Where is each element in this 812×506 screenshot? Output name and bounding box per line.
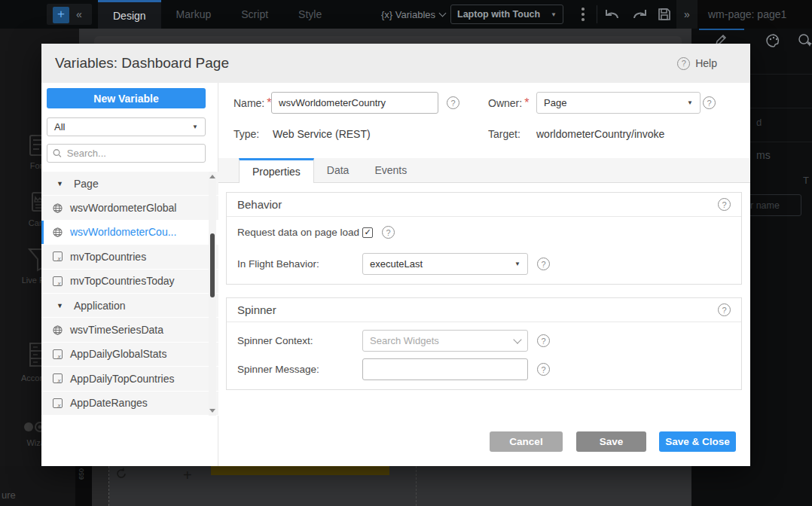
- web-service-icon: [53, 325, 63, 335]
- variable-name-input[interactable]: [271, 92, 438, 114]
- tab-script[interactable]: Script: [226, 0, 283, 29]
- palette-theme-icon[interactable]: [765, 33, 782, 51]
- spinner-context-label: Spinner Context:: [237, 335, 362, 346]
- scroll-down-icon[interactable]: [209, 409, 215, 413]
- request-data-checkbox[interactable]: ✓: [362, 227, 373, 238]
- variable-list-item[interactable]: x AppDailyGlobalStats: [41, 343, 218, 367]
- spinner-context-select[interactable]: Search Widgets: [362, 330, 528, 352]
- tab-style[interactable]: Style: [283, 0, 337, 29]
- tab-data[interactable]: Data: [314, 158, 362, 182]
- variable-list-item[interactable]: x mvTopCountries: [41, 245, 218, 269]
- page-badge: wm-page: page1: [698, 0, 812, 29]
- tab-markup[interactable]: Markup: [161, 0, 227, 29]
- variable-list-item[interactable]: wsvTimeSeriesData: [41, 318, 218, 342]
- spinner-message-input[interactable]: [362, 358, 528, 380]
- web-service-icon: [53, 203, 63, 213]
- target-value: worldometerCountry/invoke: [536, 128, 664, 140]
- model-variable-icon: x: [53, 398, 63, 408]
- tree-expanded-icon: ▼: [56, 180, 66, 187]
- ruler-value: 650: [78, 468, 85, 480]
- active-panel-tab-underline: [699, 29, 744, 30]
- help-icon[interactable]: ?: [537, 258, 550, 270]
- add-icon[interactable]: +: [183, 467, 192, 484]
- search-input[interactable]: [66, 147, 200, 160]
- help-icon[interactable]: ?: [718, 198, 731, 211]
- name-label: Name:: [234, 97, 264, 109]
- required-marker: *: [524, 96, 529, 110]
- panel-partial-text: T: [803, 175, 809, 186]
- model-variable-icon: x: [53, 349, 63, 359]
- target-label: Target:: [488, 128, 520, 140]
- redo-icon[interactable]: [631, 7, 649, 22]
- scroll-up-icon[interactable]: [209, 175, 215, 178]
- chevron-down-icon: [439, 9, 447, 17]
- variables-sidebar: New Variable All ▼ ▼ Page wsvWordometerG…: [41, 83, 218, 466]
- add-button[interactable]: +: [53, 7, 69, 23]
- owner-select[interactable]: Page ▼: [536, 92, 701, 114]
- panel-partial-text: ms: [756, 149, 771, 161]
- request-data-label: Request data on page load: [237, 227, 362, 238]
- search-icon: [53, 148, 62, 158]
- help-icon[interactable]: ?: [447, 96, 459, 109]
- caret-down-icon: ▼: [514, 261, 520, 267]
- variable-list-item[interactable]: x mvTopCountriesToday: [41, 270, 218, 294]
- help-icon[interactable]: ?: [537, 363, 550, 376]
- variable-list-item-selected[interactable]: wsvWorldometerCou...: [41, 221, 218, 245]
- help-icon[interactable]: ?: [537, 334, 550, 347]
- save-icon[interactable]: [657, 7, 675, 22]
- panel-partial-text: d: [756, 117, 762, 128]
- chevron-down-icon: [513, 335, 521, 343]
- device-select[interactable]: Laptop with Touch ▼: [450, 5, 563, 24]
- screen: + Form Cards Live Filter Accordion Wizar…: [0, 0, 812, 506]
- help-icon[interactable]: ?: [382, 226, 395, 239]
- collapse-left-icon[interactable]: «: [76, 8, 82, 20]
- variable-detail-pane: Name: * ? Owner: * Page ▼ ? Type: Web Se…: [218, 83, 750, 466]
- model-variable-icon: x: [53, 276, 63, 286]
- web-service-icon: [53, 227, 63, 237]
- inspect-zoom-icon[interactable]: [797, 33, 812, 51]
- type-label: Type:: [234, 128, 259, 140]
- in-flight-select[interactable]: executeLast ▼: [362, 253, 528, 275]
- variable-list-item[interactable]: x AppDailyTopCountries: [41, 367, 218, 391]
- help-icon[interactable]: ?: [703, 96, 716, 109]
- expand-right-icon: »: [684, 8, 690, 20]
- help-link[interactable]: ? Help: [677, 57, 717, 70]
- tab-events[interactable]: Events: [362, 158, 420, 182]
- more-options-icon[interactable]: [582, 8, 585, 23]
- panel-divider: [750, 108, 812, 108]
- caret-down-icon: ▼: [551, 11, 557, 18]
- variable-search[interactable]: [47, 144, 206, 163]
- help-icon: ?: [677, 57, 690, 70]
- caret-down-icon: ▼: [192, 123, 198, 130]
- canvas-highlighted-widget-bar: [211, 466, 389, 475]
- sidebar-scrollbar[interactable]: [209, 172, 216, 416]
- model-variable-icon: x: [53, 373, 63, 383]
- tab-properties[interactable]: Properties: [239, 158, 314, 183]
- mode-tabs: Design Markup Script Style: [98, 0, 337, 29]
- variable-list-item[interactable]: x AppDateRanges: [41, 392, 218, 416]
- variables-menu[interactable]: {x} Variables: [381, 0, 445, 29]
- save-button[interactable]: Save: [576, 431, 646, 452]
- behavior-title: Behavior: [237, 198, 282, 211]
- help-icon[interactable]: ?: [718, 303, 731, 316]
- refresh-icon[interactable]: [114, 467, 128, 483]
- save-close-button[interactable]: Save & Close: [659, 431, 736, 452]
- undo-icon[interactable]: [603, 7, 621, 22]
- scrollbar-thumb[interactable]: [210, 233, 215, 297]
- new-variable-button[interactable]: New Variable: [47, 88, 206, 108]
- in-flight-label: In Flight Behavior:: [237, 258, 362, 270]
- owner-label: Owner:: [488, 97, 522, 109]
- tree-group-page[interactable]: ▼ Page: [41, 172, 218, 196]
- expand-right-chip[interactable]: »: [676, 0, 698, 29]
- dialog-title: Variables: Dashboard Page: [55, 55, 229, 72]
- panel-partial-input[interactable]: r name: [744, 194, 801, 216]
- variable-tree: ▼ Page wsvWordometerGlobal wsvWorldomete…: [41, 172, 218, 416]
- cancel-button[interactable]: Cancel: [490, 431, 563, 452]
- canvas-guide-line: [416, 466, 417, 506]
- tree-group-application[interactable]: ▼ Application: [41, 294, 218, 318]
- tab-design[interactable]: Design: [98, 0, 161, 29]
- variable-list-item[interactable]: wsvWordometerGlobal: [41, 196, 218, 220]
- variables-dialog: Variables: Dashboard Page ? Help New Var…: [41, 44, 750, 466]
- variable-filter-select[interactable]: All ▼: [47, 117, 206, 136]
- caret-down-icon: ▼: [687, 99, 693, 106]
